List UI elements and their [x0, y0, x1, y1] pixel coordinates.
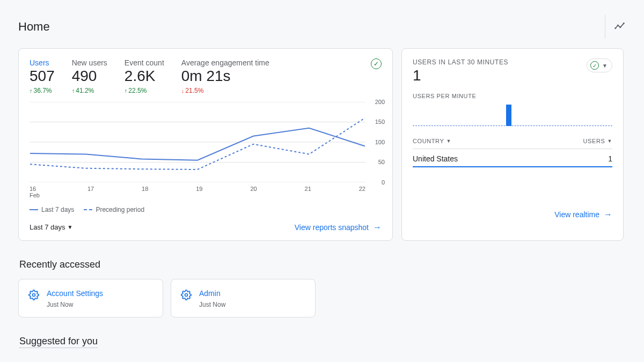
- metric-delta: 22.5%: [125, 87, 164, 94]
- svg-point-3: [623, 23, 625, 24]
- date-range-label: Last 7 days: [30, 223, 65, 231]
- view-realtime-link[interactable]: View realtime →: [554, 210, 612, 219]
- users-trend-chart: 050100150200 16Feb171819202122: [30, 102, 382, 198]
- caret-down-icon: ▼: [607, 138, 612, 144]
- check-circle-icon: ✓: [590, 61, 599, 70]
- x-tick-label: 18: [142, 186, 148, 198]
- metric-new-users[interactable]: New users490 41.2%: [72, 58, 107, 94]
- metric-value: 490: [72, 68, 107, 85]
- gear-icon: [28, 290, 39, 302]
- arrow-right-icon: →: [604, 210, 612, 219]
- metric-label: Users: [30, 58, 55, 67]
- recent-card-subtitle: Just Now: [47, 301, 103, 308]
- x-tick-label: 17: [87, 186, 94, 198]
- chart-legend: Last 7 days Preceding period: [30, 206, 382, 213]
- row-underline: [413, 166, 612, 167]
- recent-card-account-settings[interactable]: Account SettingsJust Now: [18, 279, 163, 317]
- metric-users[interactable]: Users507 36.7%: [30, 58, 55, 94]
- caret-down-icon: ▼: [446, 138, 451, 144]
- view-realtime-label: View realtime: [554, 210, 599, 219]
- x-tick-label: 19: [196, 186, 202, 198]
- view-reports-snapshot-link[interactable]: View reports snapshot →: [295, 223, 382, 232]
- recent-card-subtitle: Just Now: [199, 301, 225, 308]
- legend-swatch-solid: [30, 209, 38, 210]
- users-cell: 1: [608, 154, 612, 163]
- y-tick-label: 0: [382, 179, 385, 186]
- users-per-minute-label: USERS PER MINUTE: [413, 93, 612, 99]
- metric-label: Average engagement time: [181, 58, 269, 67]
- legend-swatch-dashed: [84, 209, 92, 210]
- realtime-table-row: United States1: [413, 149, 612, 166]
- gear-icon: [181, 290, 192, 302]
- caret-down-icon: ▼: [68, 224, 73, 230]
- status-check-icon[interactable]: ✓: [371, 58, 382, 69]
- country-cell: United States: [413, 154, 458, 163]
- arrow-right-icon: →: [373, 223, 382, 232]
- realtime-title: USERS IN LAST 30 MINUTES: [413, 58, 508, 66]
- svg-point-9: [33, 293, 35, 296]
- metric-event-count[interactable]: Event count2.6K 22.5%: [125, 58, 164, 94]
- metric-label: Event count: [125, 58, 164, 67]
- metric-delta: 41.2%: [72, 87, 107, 94]
- realtime-status-dropdown[interactable]: ✓ ▼: [587, 58, 612, 72]
- metric-average-engagement-time[interactable]: Average engagement time0m 21s 21.5%: [181, 58, 269, 94]
- caret-down-icon: ▼: [602, 63, 608, 69]
- legend-item-dashed: Preceding period: [84, 206, 144, 213]
- x-tick-label: 20: [250, 186, 257, 198]
- metric-delta: 36.7%: [30, 87, 55, 94]
- y-tick-label: 150: [375, 119, 385, 125]
- recent-card-title: Account Settings: [47, 289, 103, 298]
- recent-card-title: Admin: [199, 289, 225, 298]
- recently-accessed-title: Recently accessed: [19, 259, 626, 270]
- svg-point-0: [614, 27, 616, 29]
- insights-icon: [614, 21, 626, 33]
- svg-point-10: [185, 293, 188, 296]
- insights-icon-button[interactable]: [605, 15, 626, 39]
- users-per-minute-chart: [413, 105, 612, 126]
- svg-point-2: [619, 26, 621, 28]
- country-column-header[interactable]: COUNTRY ▼: [413, 138, 451, 144]
- overview-card: ✓ Users507 36.7%New users490 41.2%Event …: [18, 48, 393, 241]
- svg-point-1: [617, 25, 619, 26]
- page-title: Home: [18, 20, 50, 34]
- mini-chart-baseline: [413, 125, 612, 126]
- mini-chart-bar: [506, 105, 511, 126]
- users-column-header[interactable]: USERS ▼: [583, 138, 612, 144]
- x-tick-label: 16Feb: [30, 186, 40, 198]
- metric-value: 507: [30, 68, 55, 85]
- legend-item-solid: Last 7 days: [30, 206, 74, 213]
- metric-delta: 21.5%: [181, 87, 269, 94]
- metric-label: New users: [72, 58, 107, 67]
- recent-card-admin[interactable]: AdminJust Now: [171, 279, 316, 317]
- metric-value: 2.6K: [125, 68, 164, 85]
- realtime-card: USERS IN LAST 30 MINUTES 1 ✓ ▼ USERS PER…: [401, 48, 624, 241]
- y-tick-label: 200: [375, 99, 385, 105]
- date-range-picker[interactable]: Last 7 days ▼: [30, 223, 72, 231]
- view-reports-label: View reports snapshot: [295, 223, 369, 232]
- x-tick-label: 22: [359, 186, 365, 198]
- x-tick-label: 21: [305, 186, 311, 198]
- y-tick-label: 50: [378, 159, 385, 165]
- legend-label-dashed: Preceding period: [96, 206, 144, 213]
- legend-label-solid: Last 7 days: [41, 206, 74, 213]
- y-tick-label: 100: [375, 139, 385, 145]
- metric-value: 0m 21s: [181, 68, 269, 85]
- realtime-value: 1: [413, 67, 508, 84]
- suggested-for-you-title[interactable]: Suggested for you: [19, 336, 98, 348]
